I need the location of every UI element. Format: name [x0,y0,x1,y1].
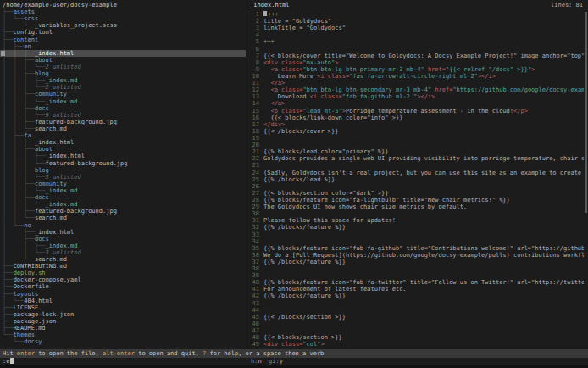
tree-row[interactable]: │ │ │ └──3 unlisted [0,174,246,181]
tree-entry-name: featured-background.jpg [46,160,128,167]
tree-guide: ├── [3,325,14,332]
tree-guide: │ │ │ └── [3,112,46,119]
line-number: 14 [249,100,259,107]
tree-entry-name: about [35,57,53,64]
tree-entry-name: _index.html [35,229,74,236]
tree-row[interactable]: │ │ ├──featured-background.jpg [0,119,246,125]
line-number: 24 [249,170,259,176]
preview-header: _index.html lines: 81 [250,2,583,8]
tree-row[interactable]: ├──package-lock.json [0,311,246,318]
tree-row[interactable]: ├──README.md [0,325,246,332]
code-line: 31Please follow this space for updates! [249,217,584,224]
tree-row[interactable]: │ │ ├──docs [0,194,246,201]
tree-row[interactable]: │ └──404.html [0,298,246,304]
line-number: 45 [249,314,259,321]
tree-guide: │ │ ├── [3,57,35,64]
tree-row[interactable]: │ │ └──search.md [0,125,246,132]
tree-row[interactable]: │ ├──fa [0,132,246,139]
tree-entry-name: docs [35,194,49,201]
tree-entry-name: _index.html [35,50,74,57]
code-line: 41For announcement of latest features et… [249,286,584,293]
tree-row[interactable]: │ │ ├──about [0,57,246,64]
code-line: 43 [249,300,584,307]
line-number: 6 [249,46,259,53]
tree-root-path[interactable]: /home/example-user/docsy-example [0,2,246,8]
code-line: 46 [249,321,584,327]
tree-guide: │ │ │ └── [3,98,46,105]
tree-row[interactable]: ├──content [0,36,246,43]
code-line: 16 {{< blocks/link-down color="info" >}} [249,114,584,121]
tree-row[interactable]: │ ├──en [0,43,246,50]
line-number: 29 [249,204,259,210]
tree-row[interactable]: │ │ ├──docs [0,105,246,112]
tree-row[interactable]: │ │ │ └──2 unlisted [0,64,246,70]
code-line: 11 </a> [249,80,584,86]
tree-row[interactable]: │ └──search.md [0,256,246,263]
tree-row-selected[interactable]: │ │ ├──_index.html [0,50,246,57]
tree-guide: │ │ ├── [3,194,35,201]
tree-row[interactable]: │ │ └──3 unlisted [0,249,246,256]
line-number: 37 [249,259,259,265]
tree-row[interactable]: │ ├──docs [0,236,246,243]
code-line: 10 Learn More <i class="fas fa-arrow-alt… [249,73,584,80]
code-line: 17</div> [249,121,584,128]
tree-guide: ├── [3,36,14,43]
tree-guide: │ │ ├── [3,181,35,187]
flag-value: n [258,358,261,365]
tree-guide: │ │ │ ├── [3,77,46,84]
broot-window: /home/example-user/docsy-example├──asset… [0,0,588,368]
tree-guide: │ │ │ └── [3,187,46,194]
tree-entry-name: search.md [35,215,67,221]
line-number: 49 [249,341,259,348]
tree-entry-name: _index.md [46,201,78,208]
preview-code[interactable]: 1+++2title = "Goldydocs"3linkTitle = "Go… [249,11,584,368]
tree-row[interactable]: │ │ │ ├──_index.html [0,153,246,159]
code-line: 4 [249,31,584,38]
line-number: 35 [249,245,259,252]
code-line: 25{{% /blocks/lead %}} [249,176,584,183]
tree-entry-name: blog [35,70,49,77]
tree-row[interactable]: ├──package.json [0,318,246,325]
tree-entry-name: 3 unlisted [46,249,81,256]
code-line: 13 Download <i class="fab fa-github ml-2… [249,93,584,100]
tree-row[interactable]: ├──Dockerfile [0,283,246,290]
tree-row[interactable]: │ │ ├──community [0,181,246,187]
tree-row[interactable]: │ │ │ └──9 unlisted [0,112,246,119]
tree-row[interactable]: │ │ ├──blog [0,70,246,77]
tree-guide: ├── [3,318,14,325]
tree-row[interactable]: │ └──no [0,222,246,229]
line-number: 36 [249,252,259,259]
tree-row[interactable]: └──docsy [0,338,246,345]
code-line: 22Goldydocs provides a single web UI pro… [249,155,584,162]
tree-row[interactable]: │ │ ├──community [0,91,246,98]
tree-entry-name: 404.html [24,298,53,304]
tree-row[interactable]: │ │ └──search.md [0,215,246,221]
tree-row[interactable]: │ │ │ └──_index.md [0,187,246,194]
command-input[interactable]: :e [3,358,14,365]
preview-line-count: lines: 81 [551,2,583,8]
tree-guide: ├── [3,263,14,270]
tree-row[interactable]: ├──LICENSE [0,304,246,311]
line-number: 4 [249,31,259,38]
code-line: 28{{% blocks/feature icon="fa-lightbulb"… [249,197,584,204]
tree-row[interactable]: │ ├──_index.html [0,229,246,236]
line-number: 11 [249,80,259,86]
line-number: 21 [249,148,259,155]
tree-row[interactable]: ├──config.toml [0,29,246,36]
code-line: 42{{% /blocks/feature %}} [249,293,584,299]
preview-scrollbar-thumb[interactable] [585,12,587,213]
tree-row[interactable]: ├──assets [0,8,246,15]
tree-row[interactable]: ├──layouts [0,291,246,298]
tree-row[interactable]: │ │ │ └──featured-background.jpg [0,160,246,167]
code-line: 3linkTitle = "Goldydocs" [249,25,584,31]
file-tree-pane[interactable]: /home/example-user/docsy-example├──asset… [0,0,246,349]
tree-row[interactable]: │ │ ├──_index.md [0,243,246,249]
code-line: 39 [249,272,584,279]
line-number: 17 [249,121,259,128]
tree-row[interactable]: │ │ ├──blog [0,167,246,174]
line-number: 33 [249,231,259,238]
line-number: 5 [249,38,259,45]
flag-value: y [280,358,283,365]
tree-row[interactable]: │ │ │ └──_index.md [0,98,246,105]
tree-guide: │ │ │ ├── [3,153,46,159]
